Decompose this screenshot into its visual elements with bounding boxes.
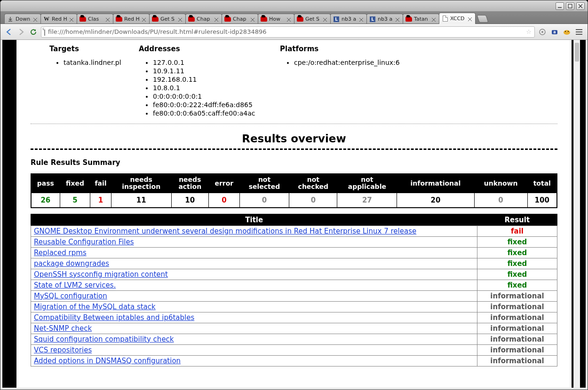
tab-close-icon[interactable] (70, 17, 74, 22)
svg-text:a: a (553, 30, 556, 34)
result-title-cell: Net-SNMP check (31, 323, 477, 334)
result-title-link[interactable]: Squid configuration compatibility check (34, 335, 174, 343)
tab-close-icon[interactable] (106, 17, 111, 22)
result-title-cell: OpenSSH sysconfig migration content (31, 269, 477, 280)
table-row: Squid configuration compatibility checki… (31, 334, 557, 344)
browser-tab[interactable]: Tatan (403, 14, 439, 24)
tab-close-icon[interactable] (33, 17, 38, 22)
summary-cell: 26 (31, 193, 60, 208)
window-titlebar (0, 0, 588, 12)
result-title-cell: package downgrades (31, 258, 477, 269)
tab-close-icon[interactable] (468, 16, 473, 21)
tab-close-icon[interactable] (432, 17, 437, 22)
table-row: GNOME Desktop Environment underwent seve… (31, 226, 557, 236)
result-title-link[interactable]: Net-SNMP check (34, 324, 92, 333)
tab-label: Clas (88, 16, 104, 22)
tab-close-icon[interactable] (142, 17, 147, 22)
browser-tab[interactable]: Red H (113, 14, 150, 24)
tab-strip: DownWRed HClasRed HGet SChapChapHowGet S… (0, 12, 588, 24)
divider-dashed (31, 148, 557, 150)
result-title-link[interactable]: Reusable Configuration Files (34, 238, 134, 246)
maximize-button[interactable] (566, 2, 574, 10)
scrollbar-thumb[interactable] (575, 43, 579, 62)
browser-tab[interactable]: Chap (185, 14, 222, 24)
summary-cell: 20 (397, 193, 474, 208)
summary-header: needsaction (171, 174, 208, 193)
browser-tab[interactable]: Down (4, 14, 41, 24)
table-row: VCS repositoriesinformational (31, 344, 557, 355)
results-overview-heading: Results overview (31, 133, 557, 145)
menu-button[interactable] (574, 28, 584, 36)
reload-button[interactable] (29, 27, 38, 37)
result-title-link[interactable]: State of LVM2 services. (34, 281, 116, 289)
back-button[interactable] (4, 27, 14, 37)
browser-tab[interactable]: Chap (222, 14, 258, 24)
forward-button[interactable] (16, 27, 26, 37)
addresses-column: Addresses 127.0.0.110.9.1.11192.168.0.11… (139, 45, 266, 118)
table-row: Net-SNMP checkinformational (31, 323, 557, 334)
summary-header: notapplicable (337, 174, 397, 193)
list-item: 10.8.0.1 (153, 84, 266, 92)
result-title-link[interactable]: MySQL configuration (34, 292, 107, 300)
targets-column: Targets tatanka.lindner.pl (49, 45, 125, 118)
bookmark-star-icon[interactable]: ☆ (526, 28, 532, 35)
result-title-link[interactable]: VCS repositories (34, 346, 92, 354)
file-favicon (442, 16, 448, 22)
result-title-link[interactable]: GNOME Desktop Environment underwent seve… (34, 227, 416, 235)
list-item: 192.168.0.11 (153, 76, 266, 83)
result-status-cell: informational (477, 334, 557, 344)
rh-favicon (188, 16, 195, 23)
browser-tab[interactable]: XCCD (439, 13, 476, 24)
table-row: Added options in DNSMASQ configurationin… (31, 355, 557, 366)
scrollbar-vertical[interactable] (573, 40, 580, 388)
browser-tab[interactable]: Lnb3 a (330, 14, 367, 24)
summary-cell: 27 (337, 193, 397, 208)
summary-header: total (527, 174, 557, 193)
result-title-link[interactable]: Added options in DNSMASQ configuration (34, 357, 181, 365)
close-window-button[interactable] (576, 2, 585, 10)
result-title-link[interactable]: Compatibility Between iptables and ip6ta… (34, 313, 194, 322)
result-title-link[interactable]: Replaced rpms (34, 249, 87, 257)
tab-close-icon[interactable] (251, 17, 255, 22)
table-row: Reusable Configuration Filesfixed (31, 236, 557, 247)
browser-tab[interactable]: Get S (149, 14, 186, 24)
result-status-cell: informational (477, 301, 557, 312)
tab-close-icon[interactable] (323, 17, 328, 22)
tab-close-icon[interactable] (215, 17, 219, 22)
result-status-cell: informational (477, 344, 557, 355)
result-status-cell: informational (477, 312, 557, 323)
summary-header: fail (90, 174, 111, 193)
minimize-button[interactable] (556, 2, 564, 10)
extension-icon-3[interactable] (562, 27, 572, 37)
result-title-link[interactable]: Migration of the MySQL data stack (34, 303, 156, 311)
result-title-link[interactable]: package downgrades (34, 259, 109, 268)
tab-close-icon[interactable] (287, 17, 292, 22)
browser-tab[interactable]: How (258, 14, 294, 24)
result-title-cell: Reusable Configuration Files (31, 236, 477, 247)
summary-cell: 11 (111, 193, 171, 208)
extension-icon-1[interactable] (538, 27, 547, 37)
browser-tab[interactable]: Get S (294, 14, 331, 24)
tab-close-icon[interactable] (359, 17, 364, 22)
new-tab-button[interactable] (477, 15, 488, 23)
browser-tab[interactable]: WRed H (40, 14, 77, 24)
summary-table: passfixedfailneedsinspectionneedsactione… (31, 173, 557, 208)
tab-label: nb3 a (378, 16, 394, 22)
result-title-cell: VCS repositories (31, 344, 477, 355)
tab-close-icon[interactable] (178, 17, 183, 22)
extension-icon-2[interactable]: a (550, 27, 559, 37)
rh-favicon (116, 16, 122, 23)
url-input[interactable] (48, 28, 523, 35)
list-item: tatanka.lindner.pl (64, 59, 125, 66)
browser-tab[interactable]: Clas (77, 14, 113, 24)
browser-tab[interactable]: Lnb3 a (366, 14, 403, 24)
address-bar[interactable]: ☆ (41, 26, 535, 38)
result-title-link[interactable]: OpenSSH sysconfig migration content (34, 270, 168, 279)
tab-label: Chap (197, 16, 213, 22)
file-icon (44, 28, 45, 35)
result-status-cell: informational (477, 323, 557, 334)
table-row: Compatibility Between iptables and ip6ta… (31, 312, 557, 323)
tab-close-icon[interactable] (396, 17, 400, 22)
table-row: MySQL configurationinformational (31, 290, 557, 301)
wiki-favicon: W (43, 16, 50, 23)
